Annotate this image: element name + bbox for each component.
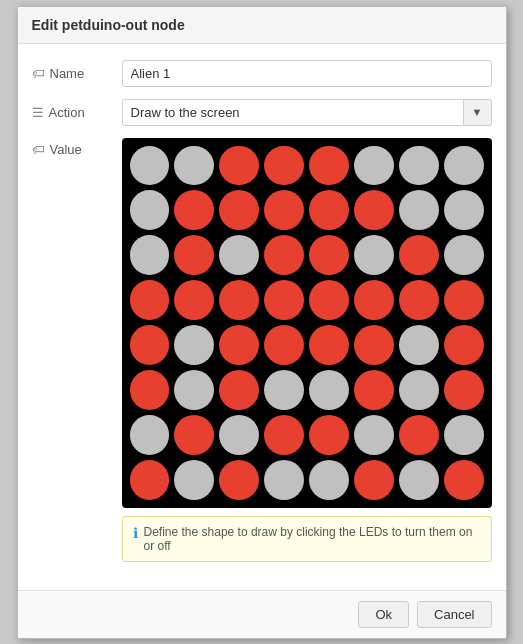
led-cell[interactable]: [174, 460, 214, 500]
dialog-footer: Ok Cancel: [18, 590, 506, 638]
led-cell[interactable]: [399, 235, 439, 275]
led-cell[interactable]: [444, 370, 484, 410]
led-cell[interactable]: [309, 146, 349, 186]
led-cell[interactable]: [444, 460, 484, 500]
led-cell[interactable]: [444, 235, 484, 275]
led-grid: [122, 138, 492, 508]
name-row: 🏷 Name: [32, 60, 492, 87]
select-arrow-button[interactable]: ▼: [464, 99, 492, 126]
led-cell[interactable]: [219, 235, 259, 275]
led-cell[interactable]: [309, 460, 349, 500]
led-cell[interactable]: [399, 325, 439, 365]
led-cell[interactable]: [264, 280, 304, 320]
action-select[interactable]: Draw to the screen Set LED Clear screen: [122, 99, 464, 126]
led-cell[interactable]: [174, 370, 214, 410]
action-label: ☰ Action: [32, 105, 122, 120]
led-cell[interactable]: [130, 146, 170, 186]
name-icon: 🏷: [32, 66, 45, 81]
dialog-body: 🏷 Name ☰ Action Draw to the screen Set L…: [18, 44, 506, 590]
led-cell[interactable]: [354, 370, 394, 410]
led-cell[interactable]: [130, 415, 170, 455]
led-cell[interactable]: [444, 190, 484, 230]
led-cell[interactable]: [219, 280, 259, 320]
led-cell[interactable]: [354, 235, 394, 275]
led-cell[interactable]: [309, 325, 349, 365]
led-cell[interactable]: [354, 415, 394, 455]
led-cell[interactable]: [399, 415, 439, 455]
led-cell[interactable]: [219, 370, 259, 410]
led-cell[interactable]: [399, 370, 439, 410]
name-label: 🏷 Name: [32, 66, 122, 81]
led-cell[interactable]: [309, 190, 349, 230]
led-cell[interactable]: [219, 460, 259, 500]
led-cell[interactable]: [264, 235, 304, 275]
led-cell[interactable]: [219, 415, 259, 455]
led-cell[interactable]: [219, 146, 259, 186]
led-cell[interactable]: [130, 460, 170, 500]
led-cell[interactable]: [399, 460, 439, 500]
led-cell[interactable]: [219, 190, 259, 230]
action-icon: ☰: [32, 105, 44, 120]
led-cell[interactable]: [174, 415, 214, 455]
led-cell[interactable]: [174, 235, 214, 275]
led-cell[interactable]: [264, 370, 304, 410]
led-cell[interactable]: [354, 280, 394, 320]
value-label: 🏷 Value: [32, 138, 122, 157]
led-cell[interactable]: [444, 146, 484, 186]
led-cell[interactable]: [174, 280, 214, 320]
led-cell[interactable]: [354, 460, 394, 500]
led-cell[interactable]: [399, 146, 439, 186]
led-cell[interactable]: [354, 325, 394, 365]
ok-button[interactable]: Ok: [358, 601, 409, 628]
value-icon: 🏷: [32, 142, 45, 157]
dialog: Edit petduino-out node 🏷 Name ☰ Action D…: [17, 6, 507, 639]
led-cell[interactable]: [219, 325, 259, 365]
led-grid-container: ℹ Define the shape to draw by clicking t…: [122, 138, 492, 562]
led-cell[interactable]: [130, 370, 170, 410]
info-box: ℹ Define the shape to draw by clicking t…: [122, 516, 492, 562]
led-cell[interactable]: [174, 190, 214, 230]
cancel-button[interactable]: Cancel: [417, 601, 491, 628]
value-row: 🏷 Value ℹ Define the shape to draw by cl…: [32, 138, 492, 562]
info-icon: ℹ: [133, 525, 138, 553]
name-input[interactable]: [122, 60, 492, 87]
info-text: Define the shape to draw by clicking the…: [144, 525, 481, 553]
led-cell[interactable]: [399, 190, 439, 230]
led-cell[interactable]: [309, 235, 349, 275]
led-cell[interactable]: [130, 235, 170, 275]
led-cell[interactable]: [264, 146, 304, 186]
led-cell[interactable]: [309, 415, 349, 455]
action-row: ☰ Action Draw to the screen Set LED Clea…: [32, 99, 492, 126]
led-cell[interactable]: [130, 325, 170, 365]
led-cell[interactable]: [354, 146, 394, 186]
led-cell[interactable]: [264, 415, 304, 455]
dialog-title: Edit petduino-out node: [18, 7, 506, 44]
led-cell[interactable]: [399, 280, 439, 320]
led-cell[interactable]: [130, 190, 170, 230]
led-cell[interactable]: [174, 325, 214, 365]
led-cell[interactable]: [264, 190, 304, 230]
led-cell[interactable]: [444, 415, 484, 455]
led-cell[interactable]: [130, 280, 170, 320]
led-cell[interactable]: [354, 190, 394, 230]
led-cell[interactable]: [264, 325, 304, 365]
action-select-wrapper: Draw to the screen Set LED Clear screen …: [122, 99, 492, 126]
led-cell[interactable]: [444, 325, 484, 365]
led-cell[interactable]: [309, 280, 349, 320]
led-cell[interactable]: [264, 460, 304, 500]
led-cell[interactable]: [309, 370, 349, 410]
led-cell[interactable]: [444, 280, 484, 320]
led-cell[interactable]: [174, 146, 214, 186]
